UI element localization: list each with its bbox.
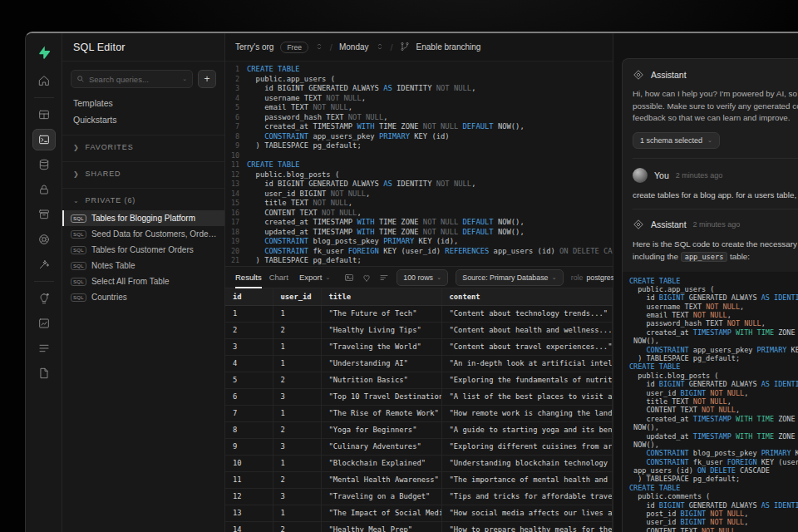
- table-row[interactable]: 22"Healthy Living Tips""Content about he…: [225, 322, 613, 338]
- advisors-lightbulb-icon[interactable]: [32, 288, 56, 309]
- text-align-icon[interactable]: [379, 273, 389, 283]
- logs-list-icon[interactable]: [32, 337, 56, 359]
- sql-badge-icon: SQL: [71, 262, 86, 270]
- table-row[interactable]: 82"Yoga for Beginners""A guide to starti…: [225, 421, 613, 438]
- editor-line: 5 email TEXT NOT NULL,: [225, 103, 613, 113]
- column-header[interactable]: content: [441, 288, 613, 305]
- table-row[interactable]: 112"Mental Health Awareness""The importa…: [225, 471, 613, 488]
- query-list-item[interactable]: SQLTables for Customer Orders: [62, 242, 224, 258]
- results-table: iduser_idtitlecontent 11"The Future of T…: [225, 288, 613, 532]
- table-row[interactable]: 41"Understanding AI""An in-depth look at…: [225, 355, 613, 372]
- sql-badge-icon: SQL: [71, 278, 86, 286]
- table-cell: "How remote work is changing the landsca…: [441, 405, 613, 421]
- api-docs-file-icon[interactable]: [32, 362, 56, 384]
- section-shared[interactable]: ❯ SHARED: [62, 161, 224, 181]
- table-cell: "Content about travel experiences...": [441, 338, 613, 355]
- query-list-item[interactable]: SQLSelect All From Table: [62, 273, 224, 289]
- database-icon[interactable]: [32, 154, 56, 175]
- column-header[interactable]: user_id: [273, 288, 321, 305]
- search-queries-input[interactable]: Search queries... ⌄: [71, 70, 193, 88]
- table-row[interactable]: 31"Traveling the World""Content about tr…: [225, 338, 613, 355]
- realtime-icon[interactable]: [32, 254, 56, 275]
- project-topbar: Terry's org Free / Monday / Enable branc…: [225, 33, 613, 62]
- reports-chart-icon[interactable]: [32, 313, 56, 334]
- editor-line: 4 username TEXT NOT NULL,: [225, 94, 613, 104]
- section-favorites[interactable]: ❯ FAVORITES: [62, 135, 224, 155]
- assistant-code-line: app_users (id) ON DELETE CASCADE: [629, 466, 798, 475]
- sql-editor-icon[interactable]: [32, 129, 56, 150]
- home-icon[interactable]: [32, 70, 56, 91]
- query-list-item[interactable]: SQLTables for Blogging Platform: [62, 210, 224, 226]
- sql-badge-icon: SQL: [71, 230, 86, 239]
- plan-badge: Free: [280, 42, 308, 53]
- org-name[interactable]: Terry's org: [235, 42, 273, 52]
- assistant-code-line: CONTENT TEXT NOT NULL,: [629, 527, 798, 532]
- chevron-down-icon: ⌄: [73, 197, 80, 204]
- table-row[interactable]: 63"Top 10 Travel Destinations""A list of…: [225, 388, 613, 405]
- storage-icon[interactable]: [32, 204, 56, 225]
- table-row[interactable]: 52"Nutrition Basics""Exploring the funda…: [225, 372, 613, 388]
- tab-results[interactable]: Results: [235, 266, 262, 288]
- auth-lock-icon[interactable]: [32, 179, 56, 200]
- project-switcher-chevrons-icon[interactable]: [376, 42, 384, 52]
- table-row[interactable]: 11"The Future of Tech""Content about tec…: [225, 305, 613, 322]
- rows-limit-select[interactable]: 100 rows⌄: [397, 269, 448, 286]
- table-cell: 1: [273, 505, 321, 521]
- sql-badge-icon: SQL: [71, 293, 86, 302]
- source-database-select[interactable]: Source: Primary Database⌄: [456, 269, 563, 286]
- assistant-code-line: NOW(),: [629, 423, 798, 431]
- chevron-right-icon: ❯: [73, 144, 80, 151]
- table-cell: 3: [273, 488, 321, 505]
- project-name[interactable]: Monday: [339, 42, 369, 52]
- editor-line: 19 CONSTRAINT blog_posts_pkey PRIMARY KE…: [225, 237, 613, 247]
- table-cell: "Mental Health Awareness": [321, 471, 441, 488]
- section-private[interactable]: ⌄ PRIVATE (6): [62, 188, 224, 208]
- table-cell: 1: [273, 338, 321, 355]
- editor-line: 17 created_at TIMESTAMP WITH TIME ZONE N…: [225, 218, 613, 228]
- table-row[interactable]: 131"The Impact of Social Media""How soci…: [225, 505, 613, 521]
- sidebar-item-templates[interactable]: Templates: [62, 95, 224, 111]
- query-list-item[interactable]: SQLSeed Data for Customers, Orders, and …: [62, 226, 224, 242]
- table-row[interactable]: 123"Traveling on a Budget""Tips and tric…: [225, 488, 613, 505]
- table-cell: 2: [273, 471, 321, 488]
- table-row[interactable]: 142"Healthy Meal Prep""How to prepare he…: [225, 521, 613, 532]
- export-button[interactable]: Export⌄: [299, 273, 330, 282]
- image-icon[interactable]: [344, 273, 354, 283]
- table-editor-icon[interactable]: [32, 104, 56, 126]
- table-row[interactable]: 71"The Rise of Remote Work""How remote w…: [225, 405, 613, 421]
- assistant-code-line: id BIGINT GENERATED ALWAYS AS IDENTITY N…: [629, 501, 798, 510]
- table-cell: 14: [225, 521, 273, 532]
- editor-line: 12 public.blog_posts (: [225, 170, 613, 180]
- sql-code-editor[interactable]: 1CREATE TABLE2 public.app_users (3 id BI…: [225, 62, 613, 266]
- sidebar-item-quickstarts[interactable]: Quickstarts: [62, 111, 224, 128]
- editor-line: 9 ) TABLESPACE pg_default;: [225, 141, 613, 151]
- assistant-code-line: CONTENT TEXT NOT NULL,: [629, 406, 798, 414]
- table-cell: 3: [225, 338, 273, 355]
- main-editor-pane: Terry's org Free / Monday / Enable branc…: [225, 33, 613, 532]
- assistant-code-line: NOW(),: [629, 337, 798, 345]
- table-cell: "A list of the best places to visit arou…: [441, 388, 613, 405]
- query-list-item[interactable]: SQLCountries: [62, 289, 224, 305]
- schema-selected-dropdown[interactable]: 1 schema selected⌄: [633, 132, 720, 149]
- user-message-timestamp: 2 minutes ago: [676, 171, 723, 180]
- org-switcher-chevrons-icon[interactable]: [315, 42, 323, 52]
- table-cell: 9: [225, 438, 273, 455]
- table-cell: "Culinary Adventures": [321, 438, 441, 455]
- column-header[interactable]: id: [225, 288, 273, 305]
- editor-line: 2 public.app_users (: [225, 75, 613, 85]
- search-history-chevron-icon[interactable]: ⌄: [182, 76, 187, 82]
- assistant-code-line: CREATE TABLE: [629, 362, 798, 371]
- query-list-item[interactable]: SQLNotes Table: [62, 258, 224, 273]
- tab-chart[interactable]: Chart: [269, 266, 288, 288]
- heart-icon[interactable]: [362, 273, 372, 283]
- edge-functions-icon[interactable]: [32, 229, 56, 250]
- column-header[interactable]: title: [321, 288, 441, 305]
- table-cell: 2: [273, 322, 321, 338]
- table-row[interactable]: 101"Blockchain Explained""Understanding …: [225, 455, 613, 471]
- query-item-label: Tables for Blogging Platform: [91, 214, 195, 223]
- assistant-code-line: user_id BIGINT NOT NULL,: [629, 518, 798, 526]
- new-query-button[interactable]: +: [198, 70, 216, 88]
- enable-branching-button[interactable]: Enable branching: [416, 42, 481, 52]
- query-item-label: Countries: [91, 293, 127, 302]
- table-row[interactable]: 93"Culinary Adventures""Exploring differ…: [225, 438, 613, 455]
